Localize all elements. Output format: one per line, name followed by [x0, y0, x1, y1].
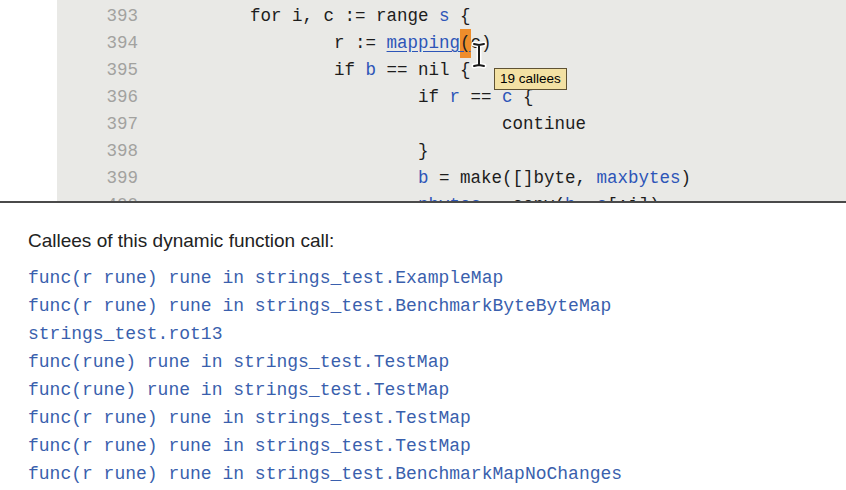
- identifier-link[interactable]: s: [597, 195, 608, 203]
- callee-list: func(r rune) rune in strings_test.Exampl…: [28, 264, 846, 488]
- code-text: }: [166, 138, 429, 165]
- identifier-link[interactable]: r: [450, 87, 461, 107]
- identifier-link[interactable]: s: [439, 6, 450, 26]
- code-token: [166, 168, 418, 188]
- line-number: 396: [57, 84, 166, 111]
- callee-item[interactable]: func(r rune) rune in strings_test.TestMa…: [28, 404, 846, 432]
- callee-item[interactable]: strings_test.rot13: [28, 320, 846, 348]
- code-token: = copy(: [481, 195, 565, 203]
- code-line: 398 }: [57, 138, 846, 165]
- callee-item[interactable]: func(r rune) rune in strings_test.Exampl…: [28, 264, 846, 292]
- code-text: continue: [166, 111, 586, 138]
- callees-panel: Callees of this dynamic function call: f…: [28, 229, 846, 488]
- line-number: 397: [57, 111, 166, 138]
- callee-item[interactable]: func(r rune) rune in strings_test.Benchm…: [28, 292, 846, 320]
- line-number: 398: [57, 138, 166, 165]
- code-text: if r == c {: [166, 84, 534, 111]
- code-text: r := mapping(c): [166, 30, 492, 57]
- line-number: 393: [57, 3, 166, 30]
- code-token: ,: [576, 195, 597, 203]
- code-token: {: [513, 87, 534, 107]
- callee-item[interactable]: func(rune) rune in strings_test.TestMap: [28, 376, 846, 404]
- callees-heading: Callees of this dynamic function call:: [28, 229, 846, 252]
- code-line: 400 nbytes = copy(b, s[:i]): [57, 192, 846, 203]
- code-text: if b == nil {: [166, 57, 471, 84]
- callee-item[interactable]: func(r rune) rune in strings_test.TestMa…: [28, 432, 846, 460]
- code-token: }: [166, 141, 429, 161]
- highlighted-callsite[interactable]: (: [460, 29, 471, 58]
- code-line: 396 if r == c {: [57, 84, 846, 111]
- code-line: 393 for i, c := range s {: [57, 3, 846, 30]
- identifier-link[interactable]: maxbytes: [597, 168, 681, 188]
- code-token: continue: [166, 114, 586, 134]
- callee-item[interactable]: func(rune) rune in strings_test.TestMap: [28, 348, 846, 376]
- code-line: 395 if b == nil {: [57, 57, 846, 84]
- identifier-link[interactable]: b: [565, 195, 576, 203]
- identifier-link[interactable]: b: [366, 60, 377, 80]
- code-token: = make([]byte,: [429, 168, 597, 188]
- text-cursor-icon: [470, 41, 490, 73]
- line-number: 400: [57, 192, 166, 203]
- code-line: 399 b = make([]byte, maxbytes): [57, 165, 846, 192]
- line-number: 394: [57, 30, 166, 57]
- code-token: == nil {: [376, 60, 471, 80]
- code-text: b = make([]byte, maxbytes): [166, 165, 691, 192]
- code-token: if: [166, 87, 450, 107]
- identifier-link[interactable]: nbytes: [418, 195, 481, 203]
- code-token: if: [166, 60, 366, 80]
- line-number: 399: [57, 165, 166, 192]
- code-token: {: [450, 6, 471, 26]
- code-lines: 393 for i, c := range s {394 r := mappin…: [57, 3, 846, 203]
- identifier-link[interactable]: c: [502, 87, 513, 107]
- code-token: r :=: [166, 33, 387, 53]
- code-text: nbytes = copy(b, s[:i]): [166, 192, 660, 203]
- code-token: [166, 195, 418, 203]
- line-number: 395: [57, 57, 166, 84]
- code-token: [:i]): [607, 195, 660, 203]
- code-text: for i, c := range s {: [166, 3, 471, 30]
- code-token: for i, c := range: [166, 6, 439, 26]
- code-token: ): [681, 168, 692, 188]
- code-line: 394 r := mapping(c): [57, 30, 846, 57]
- callee-item[interactable]: func(r rune) rune in strings_test.Benchm…: [28, 460, 846, 488]
- code-token: ==: [460, 87, 502, 107]
- callees-tooltip: 19 callees: [494, 68, 567, 90]
- identifier-link[interactable]: b: [418, 168, 429, 188]
- function-link[interactable]: mapping: [387, 33, 461, 53]
- code-viewer-pane: 393 for i, c := range s {394 r := mappin…: [0, 0, 846, 203]
- code-line: 397 continue: [57, 111, 846, 138]
